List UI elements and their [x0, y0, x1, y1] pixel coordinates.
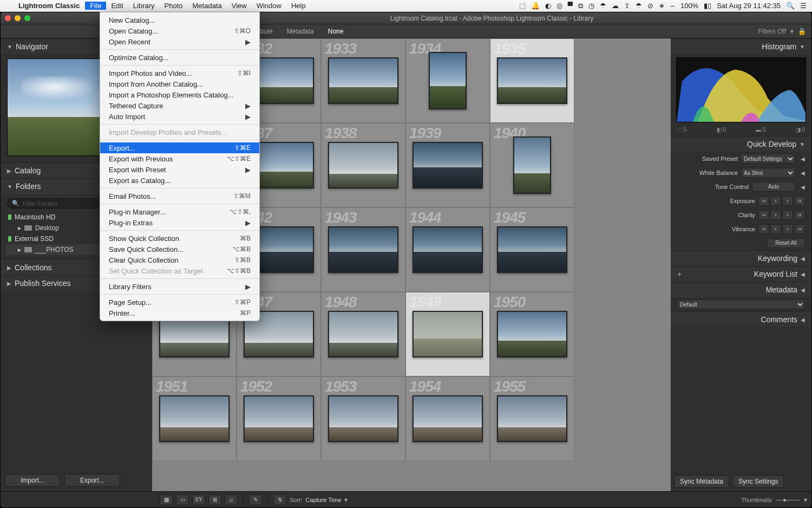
umbrella-icon[interactable]: ☂ — [600, 2, 606, 10]
menu-item-import-a-photoshop-elements-catalog[interactable]: Import a Photoshop Elements Catalog... — [100, 89, 259, 100]
menu-item-export-with-previous[interactable]: Export with Previous⌥⇧⌘E — [100, 153, 259, 164]
grid-cell[interactable]: 1933 — [321, 38, 405, 123]
menu-item-tethered-capture[interactable]: Tethered Capture▶ — [100, 100, 259, 111]
menu-item-new-catalog[interactable]: New Catalog... — [100, 15, 259, 25]
display-icon[interactable]: ▀ — [568, 2, 573, 10]
menu-item-export[interactable]: Export...⇧⌘E — [100, 142, 259, 153]
thumbnail[interactable] — [244, 395, 314, 442]
disclosure-icon[interactable]: ◀ — [798, 156, 805, 162]
close-window-button[interactable] — [5, 15, 11, 21]
clarity-minus2[interactable]: ‹‹ — [758, 210, 769, 220]
thumbnail[interactable] — [328, 311, 398, 357]
painter-button[interactable]: ✎ — [249, 494, 262, 505]
saved-preset-select[interactable]: Default Settings — [741, 154, 795, 164]
screens-icon[interactable]: ⧉ — [578, 2, 583, 10]
menu-item-library-filters[interactable]: Library Filters▶ — [100, 281, 259, 292]
thumbnail[interactable] — [497, 395, 567, 442]
histogram-header[interactable]: Histogram▼ — [671, 38, 811, 54]
app-name[interactable]: Lightroom Classic — [13, 2, 85, 10]
menubar-clock[interactable]: Sat Aug 29 11:42:35 — [717, 2, 781, 10]
thumbnail[interactable] — [328, 142, 398, 188]
filter-preset-chevron-icon[interactable]: ▾ — [790, 28, 794, 35]
cloud-icon[interactable]: ☁ — [612, 2, 619, 10]
thumbnail[interactable] — [328, 395, 398, 442]
sort-field[interactable]: Capture Time — [305, 497, 341, 503]
grid-cell[interactable]: 1952 — [237, 376, 321, 461]
menu-file[interactable]: File — [85, 2, 106, 10]
grid-cell[interactable]: 1935 — [490, 38, 574, 123]
grid-cell[interactable]: 1950 — [490, 292, 574, 376]
exposure-plus1[interactable]: › — [782, 196, 793, 206]
grid-cell[interactable]: 1954 — [405, 376, 490, 461]
menu-item-import-from-another-catalog[interactable]: Import from Another Catalog... — [100, 79, 259, 89]
menu-view[interactable]: View — [227, 2, 252, 10]
lock-icon[interactable]: 🔒 — [798, 28, 806, 35]
exposure-plus2[interactable]: ›› — [794, 196, 805, 206]
dropbox-icon[interactable]: ⬚ — [519, 2, 526, 10]
menu-item-clear-quick-collection[interactable]: Clear Quick Collection⇧⌘B — [100, 255, 259, 265]
disclosure-icon[interactable]: ◀ — [798, 184, 805, 190]
keyword-list-header[interactable]: +Keyword List◀ — [671, 266, 811, 282]
grid-cell[interactable]: 1955 — [490, 376, 574, 461]
keywording-header[interactable]: Keywording◀ — [671, 250, 811, 266]
menu-item-open-recent[interactable]: Open Recent▶ — [100, 36, 259, 47]
control-center-icon[interactable]: ☰ — [800, 2, 807, 10]
disclosure-icon[interactable]: ◀ — [798, 170, 805, 176]
menu-item-export-with-preset[interactable]: Export with Preset▶ — [100, 164, 259, 175]
spotlight-icon[interactable]: 🔍 — [786, 2, 795, 10]
grid-cell[interactable]: 1940 — [490, 123, 574, 207]
filter-none[interactable]: None — [325, 28, 347, 35]
comments-header[interactable]: Comments◀ — [671, 311, 811, 327]
menu-window[interactable]: Window — [252, 2, 286, 10]
menu-item-email-photos[interactable]: Email Photos...⇧⌘M — [100, 191, 259, 201]
menu-item-show-quick-collection[interactable]: Show Quick Collection⌘B — [100, 233, 259, 244]
grid-cell[interactable]: 1951 — [152, 376, 237, 461]
grid-cell[interactable]: 1939 — [405, 123, 490, 207]
thumbnail[interactable] — [412, 395, 483, 442]
minimize-window-button[interactable] — [15, 15, 21, 21]
menu-item-printer[interactable]: Printer...⌘P — [100, 308, 259, 318]
menu-item-auto-import[interactable]: Auto Import▶ — [100, 111, 259, 122]
sync-icon[interactable]: ◐ — [545, 2, 551, 10]
menu-edit[interactable]: Edit — [106, 2, 128, 10]
thumbnail[interactable] — [328, 226, 398, 273]
battery-pct[interactable]: 100% — [680, 2, 698, 10]
thumbnail[interactable] — [429, 52, 467, 109]
menu-item-page-setup[interactable]: Page Setup...⇧⌘P — [100, 297, 259, 308]
thumbnail[interactable] — [328, 57, 398, 104]
quick-develop-header[interactable]: Quick Develop▼ — [671, 136, 811, 152]
menu-item-open-catalog[interactable]: Open Catalog...⇧⌘O — [100, 25, 259, 36]
menu-item-plug-in-manager[interactable]: Plug-in Manager...⌥⇧⌘, — [100, 206, 259, 217]
clarity-plus1[interactable]: › — [782, 210, 793, 220]
exposure-minus1[interactable]: ‹ — [770, 196, 781, 206]
thumbnail[interactable] — [412, 226, 483, 273]
loupe-view-button[interactable]: ▭ — [176, 494, 189, 505]
upload-icon[interactable]: ⇧ — [624, 2, 630, 10]
thumbnail[interactable] — [497, 311, 567, 357]
export-button[interactable]: Export... — [64, 474, 120, 487]
toolbar-chevron-icon[interactable]: ▾ — [804, 496, 807, 504]
thumbnail[interactable] — [159, 395, 230, 442]
grid-cell[interactable]: 1943 — [321, 207, 405, 292]
filter-metadata[interactable]: Metadata — [284, 28, 317, 35]
exposure-minus2[interactable]: ‹‹ — [758, 196, 769, 206]
auto-tone-button[interactable]: Auto — [752, 182, 795, 192]
menu-item-export-as-catalog[interactable]: Export as Catalog... — [100, 175, 259, 186]
menu-library[interactable]: Library — [128, 2, 160, 10]
import-button[interactable]: Import... — [5, 474, 60, 487]
grid-cell[interactable]: 1945 — [490, 207, 574, 292]
sort-direction-button[interactable]: ⇅ — [273, 494, 286, 505]
vibrance-minus2[interactable]: ‹‹ — [758, 224, 769, 234]
grid-cell[interactable]: 1944 — [405, 207, 490, 292]
clarity-plus2[interactable]: ›› — [794, 210, 805, 220]
clock-icon[interactable]: ◷ — [588, 2, 594, 10]
bell-icon[interactable]: 🔔 — [531, 2, 540, 10]
thumbnail[interactable] — [412, 142, 483, 188]
grid-cell[interactable]: 1938 — [321, 123, 405, 207]
grid-cell[interactable]: 1949 — [405, 292, 490, 376]
leaf-icon[interactable]: ⊘ — [647, 2, 653, 10]
survey-view-button[interactable]: ⊞ — [208, 494, 221, 505]
menu-item-optimize-catalog[interactable]: Optimize Catalog... — [100, 52, 259, 63]
grid-cell[interactable]: 1953 — [321, 376, 405, 461]
metadata-header[interactable]: Metadata◀ — [671, 282, 811, 297]
